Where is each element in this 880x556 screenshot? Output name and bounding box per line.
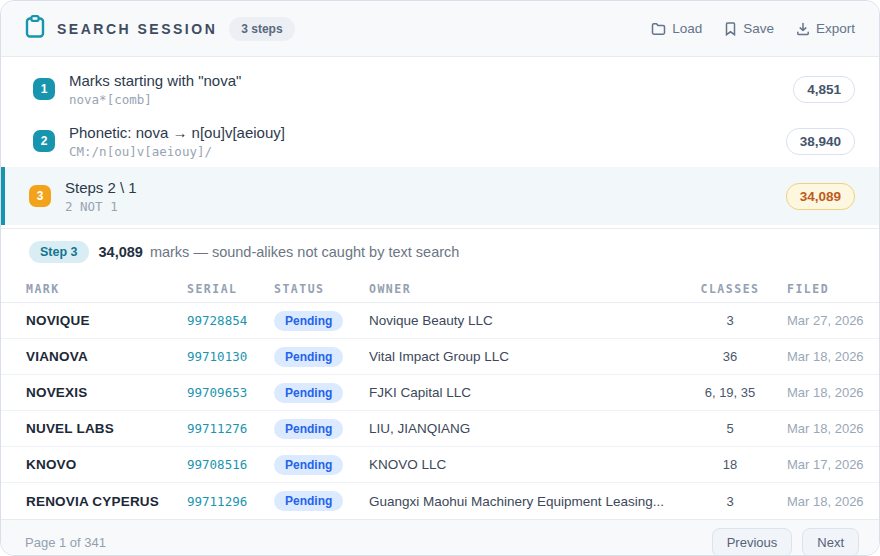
summary-text: marks — sound-alikes not caught by text … bbox=[150, 244, 459, 260]
step-3-count-badge: 34,089 bbox=[786, 183, 855, 210]
status-cell: Pending bbox=[274, 347, 369, 367]
owner-cell: Vital Impact Group LLC bbox=[369, 349, 690, 364]
step-3-number-badge: 3 bbox=[29, 185, 51, 207]
table-row[interactable]: KNOVO 99708516 Pending KNOVO LLC 18 Mar … bbox=[1, 447, 879, 483]
serial-cell[interactable]: 99708516 bbox=[187, 457, 274, 472]
step-title: Steps 2 \ 1 bbox=[65, 179, 137, 196]
table-header-row: MARK SERIAL STATUS OWNER CLASSES FILED bbox=[1, 275, 879, 303]
owner-cell: LIU, JIANQIANG bbox=[369, 421, 690, 436]
step-2-count-badge: 38,940 bbox=[786, 128, 855, 155]
serial-cell[interactable]: 99711276 bbox=[187, 421, 274, 436]
status-badge: Pending bbox=[274, 311, 343, 331]
folder-icon bbox=[651, 22, 666, 36]
clipboard-icon bbox=[25, 15, 45, 42]
filed-cell: Mar 27, 2026 bbox=[770, 313, 860, 328]
download-icon bbox=[796, 22, 810, 36]
filed-cell: Mar 18, 2026 bbox=[770, 349, 860, 364]
table-row[interactable]: NOVIQUE 99728854 Pending Novique Beauty … bbox=[1, 303, 879, 339]
step-row-1[interactable]: 1 Marks starting with "nova" nova*[comb]… bbox=[1, 63, 879, 115]
load-button-label: Load bbox=[672, 21, 702, 36]
header-bar: SEARCH SESSION 3 steps Load Save bbox=[1, 1, 879, 57]
owner-cell: KNOVO LLC bbox=[369, 457, 690, 472]
step-title: Phonetic: nova → n[ou]v[aeiouy] bbox=[69, 124, 285, 141]
classes-cell: 3 bbox=[690, 313, 770, 328]
summary-step-pill: Step 3 bbox=[29, 241, 89, 263]
filed-cell: Mar 18, 2026 bbox=[770, 421, 860, 436]
classes-cell: 5 bbox=[690, 421, 770, 436]
classes-cell: 3 bbox=[690, 494, 770, 509]
status-badge: Pending bbox=[274, 347, 343, 367]
pager-buttons: Previous Next bbox=[712, 528, 859, 556]
next-page-button[interactable]: Next bbox=[802, 528, 859, 556]
steps-count-badge: 3 steps bbox=[229, 17, 294, 41]
status-cell: Pending bbox=[274, 455, 369, 475]
classes-cell: 18 bbox=[690, 457, 770, 472]
step-1-count-badge: 4,851 bbox=[793, 76, 855, 103]
mark-cell: VIANOVA bbox=[26, 349, 187, 364]
filed-cell: Mar 18, 2026 bbox=[770, 494, 860, 509]
filed-cell: Mar 18, 2026 bbox=[770, 385, 860, 400]
export-button[interactable]: Export bbox=[796, 21, 855, 36]
step-row-2[interactable]: 2 Phonetic: nova → n[ou]v[aeiouy] CM:/n[… bbox=[1, 115, 879, 167]
serial-cell[interactable]: 99728854 bbox=[187, 313, 274, 328]
save-button[interactable]: Save bbox=[724, 21, 774, 36]
step-1-text: Marks starting with "nova" nova*[comb] bbox=[69, 72, 241, 107]
step-row-3-active[interactable]: 3 Steps 2 \ 1 2 NOT 1 34,089 bbox=[1, 167, 879, 225]
mark-cell: NUVEL LABS bbox=[26, 421, 187, 436]
steps-list: 1 Marks starting with "nova" nova*[comb]… bbox=[1, 57, 879, 225]
mark-cell: NOVEXIS bbox=[26, 385, 187, 400]
column-header-serial: SERIAL bbox=[187, 282, 274, 296]
owner-cell: Novique Beauty LLC bbox=[369, 313, 690, 328]
status-badge: Pending bbox=[274, 491, 343, 511]
pagination-bar: Page 1 of 341 Previous Next bbox=[1, 519, 879, 556]
table-row[interactable]: NUVEL LABS 99711276 Pending LIU, JIANQIA… bbox=[1, 411, 879, 447]
step-query: nova*[comb] bbox=[69, 92, 241, 107]
column-header-owner: OWNER bbox=[369, 282, 690, 296]
mark-cell: KNOVO bbox=[26, 457, 187, 472]
status-badge: Pending bbox=[274, 383, 343, 403]
status-cell: Pending bbox=[274, 491, 369, 511]
page-indicator: Page 1 of 341 bbox=[25, 535, 106, 550]
table-row[interactable]: NOVEXIS 99709653 Pending FJKI Capital LL… bbox=[1, 375, 879, 411]
status-badge: Pending bbox=[274, 419, 343, 439]
column-header-classes: CLASSES bbox=[690, 282, 770, 296]
save-button-label: Save bbox=[743, 21, 774, 36]
step-title: Marks starting with "nova" bbox=[69, 72, 241, 89]
status-cell: Pending bbox=[274, 311, 369, 331]
table-row[interactable]: RENOVIA CYPERUS 99711296 Pending Guangxi… bbox=[1, 483, 879, 519]
result-summary: Step 3 34,089 marks — sound-alikes not c… bbox=[1, 229, 879, 271]
owner-cell: Guangxi Maohui Machinery Equipment Leasi… bbox=[369, 494, 690, 509]
mark-cell: NOVIQUE bbox=[26, 313, 187, 328]
column-header-filed: FILED bbox=[770, 282, 860, 296]
table-row[interactable]: VIANOVA 99710130 Pending Vital Impact Gr… bbox=[1, 339, 879, 375]
mark-cell: RENOVIA CYPERUS bbox=[26, 494, 187, 509]
status-cell: Pending bbox=[274, 383, 369, 403]
header-left: SEARCH SESSION 3 steps bbox=[25, 15, 295, 42]
summary-count: 34,089 bbox=[99, 244, 143, 260]
status-cell: Pending bbox=[274, 419, 369, 439]
load-button[interactable]: Load bbox=[651, 21, 702, 36]
serial-cell[interactable]: 99711296 bbox=[187, 494, 274, 509]
header-actions: Load Save Export bbox=[651, 21, 855, 36]
serial-cell[interactable]: 99710130 bbox=[187, 349, 274, 364]
export-button-label: Export bbox=[816, 21, 855, 36]
step-2-number-badge: 2 bbox=[33, 130, 55, 152]
results-table: MARK SERIAL STATUS OWNER CLASSES FILED N… bbox=[1, 271, 879, 519]
bookmark-icon bbox=[724, 22, 737, 36]
step-query: 2 NOT 1 bbox=[65, 199, 137, 214]
step-3-text: Steps 2 \ 1 2 NOT 1 bbox=[65, 179, 137, 214]
classes-cell: 6, 19, 35 bbox=[690, 385, 770, 400]
step-2-text: Phonetic: nova → n[ou]v[aeiouy] CM:/n[ou… bbox=[69, 124, 285, 159]
status-badge: Pending bbox=[274, 455, 343, 475]
column-header-mark: MARK bbox=[26, 282, 187, 296]
page-title: SEARCH SESSION bbox=[57, 21, 217, 37]
filed-cell: Mar 17, 2026 bbox=[770, 457, 860, 472]
search-session-window: SEARCH SESSION 3 steps Load Save bbox=[0, 0, 880, 556]
previous-page-button[interactable]: Previous bbox=[712, 528, 793, 556]
serial-cell[interactable]: 99709653 bbox=[187, 385, 274, 400]
column-header-status: STATUS bbox=[274, 282, 369, 296]
step-1-number-badge: 1 bbox=[33, 78, 55, 100]
classes-cell: 36 bbox=[690, 349, 770, 364]
step-query: CM:/n[ou]v[aeiouy]/ bbox=[69, 144, 285, 159]
owner-cell: FJKI Capital LLC bbox=[369, 385, 690, 400]
